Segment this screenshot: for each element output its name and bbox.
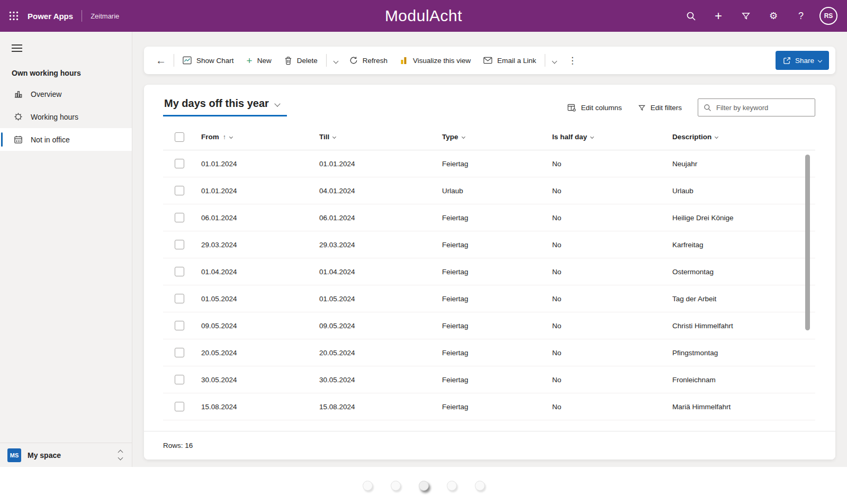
cell-half-day: No [552, 376, 672, 384]
cell-half-day: No [552, 349, 672, 357]
edit-columns-button[interactable]: Edit columns [567, 104, 621, 112]
row-checkbox[interactable] [175, 321, 184, 330]
waffle-icon[interactable] [0, 0, 28, 32]
chevron-updown-icon [119, 451, 122, 460]
sidebar-item-working-hours[interactable]: Working hours [0, 105, 132, 128]
cell-type: Feiertag [442, 295, 552, 303]
table-row[interactable]: 29.03.2024 29.03.2024 Feiertag No Karfre… [163, 231, 815, 258]
table-row[interactable]: 01.01.2024 04.01.2024 Urlaub No Urlaub [163, 177, 815, 204]
cell-till: 04.01.2024 [319, 187, 442, 195]
column-chevron-icon [715, 135, 718, 139]
cell-description: Heilige Drei Könige [672, 214, 815, 222]
cell-half-day: No [552, 187, 672, 195]
more-commands-icon[interactable]: ⋮ [562, 55, 583, 66]
view-selector[interactable]: My days off this year [163, 97, 287, 116]
search-icon[interactable] [680, 5, 702, 27]
cell-type: Feiertag [442, 268, 552, 276]
filter-icon[interactable] [735, 5, 757, 27]
cell-from: 30.05.2024 [201, 376, 319, 384]
row-checkbox[interactable] [175, 402, 184, 411]
delete-button[interactable]: Delete [278, 51, 324, 70]
visualize-view-button[interactable]: Visualize this view [394, 51, 477, 70]
sidebar-group-label: Own working hours [12, 69, 132, 77]
loading-dot [475, 481, 485, 491]
back-button[interactable]: ← [150, 55, 172, 67]
add-icon[interactable]: + [707, 5, 729, 27]
cell-type: Feiertag [442, 241, 552, 249]
cell-description: Tag der Arbeit [672, 295, 815, 303]
new-button[interactable]: + New [240, 51, 278, 70]
table-row[interactable]: 09.05.2024 09.05.2024 Feiertag No Christ… [163, 312, 815, 339]
area-switcher[interactable]: MS My space [0, 443, 132, 467]
overview-icon [13, 89, 23, 100]
show-chart-button[interactable]: Show Chart [176, 51, 240, 70]
cell-till: 15.08.2024 [319, 403, 442, 411]
sidebar-item-not-in-office[interactable]: Not in office [0, 128, 132, 151]
hamburger-icon[interactable] [12, 44, 22, 52]
table-row[interactable]: 15.08.2024 15.08.2024 Feiertag No Mariä … [163, 393, 815, 420]
avatar[interactable]: RS [819, 7, 837, 25]
product-name[interactable]: Power Apps [28, 12, 73, 21]
cell-half-day: No [552, 241, 672, 249]
row-checkbox[interactable] [175, 159, 184, 168]
cell-type: Feiertag [442, 376, 552, 384]
table-row[interactable]: 06.01.2024 06.01.2024 Feiertag No Heilig… [163, 204, 815, 231]
cell-till: 29.03.2024 [319, 241, 442, 249]
row-checkbox[interactable] [175, 240, 184, 249]
table-row[interactable]: 01.04.2024 01.04.2024 Feiertag No Osterm… [163, 258, 815, 285]
help-icon[interactable]: ? [790, 5, 812, 27]
sidebar-item-label: Overview [31, 90, 61, 98]
cell-description: Pfingstmontag [672, 349, 815, 357]
search-icon [704, 104, 711, 112]
cell-from: 01.04.2024 [201, 268, 319, 276]
row-checkbox[interactable] [175, 375, 184, 384]
table-row[interactable]: 01.05.2024 01.05.2024 Feiertag No Tag de… [163, 285, 815, 312]
cell-type: Feiertag [442, 214, 552, 222]
table-body: 01.01.2024 01.01.2024 Feiertag No Neujah… [163, 150, 815, 420]
cell-type: Urlaub [442, 187, 552, 195]
select-all-checkbox[interactable] [175, 132, 184, 142]
sidebar-item-overview[interactable]: Overview [0, 83, 132, 105]
share-button[interactable]: Share [776, 51, 829, 70]
refresh-button[interactable]: Refresh [343, 51, 394, 70]
app-root: Power Apps Zeitmarie ModulAcht + ⚙ ? RS … [0, 0, 847, 504]
cell-description: Christi Himmelfahrt [672, 322, 815, 330]
loading-indicator [0, 467, 847, 504]
cell-till: 09.05.2024 [319, 322, 442, 330]
row-checkbox[interactable] [175, 294, 184, 303]
table-row[interactable]: 20.05.2024 20.05.2024 Feiertag No Pfings… [163, 339, 815, 366]
row-checkbox[interactable] [175, 348, 184, 357]
area-label: My space [28, 451, 119, 460]
cell-till: 06.01.2024 [319, 214, 442, 222]
cell-half-day: No [552, 268, 672, 276]
table-row[interactable]: 01.01.2024 01.01.2024 Feiertag No Neujah… [163, 150, 815, 177]
column-header-type[interactable]: Type [442, 133, 552, 141]
row-checkbox[interactable] [175, 186, 184, 195]
trash-icon [284, 56, 292, 65]
cell-description: Ostermontag [672, 268, 815, 276]
column-chevron-icon [332, 135, 336, 139]
edit-filters-button[interactable]: Edit filters [638, 104, 682, 112]
vertical-scrollbar[interactable] [805, 155, 810, 330]
cell-description: Mariä Himmelfahrt [672, 403, 815, 411]
column-header-till[interactable]: Till [319, 133, 442, 141]
column-header-description[interactable]: Description [672, 133, 815, 141]
email-link-button[interactable]: Email a Link [477, 51, 543, 70]
cell-type: Feiertag [442, 322, 552, 330]
delete-overflow-chevron[interactable] [329, 56, 343, 65]
edit-columns-icon [567, 104, 576, 112]
show-chart-icon [183, 56, 192, 65]
column-header-half-day[interactable]: Is half day [552, 133, 672, 141]
cell-from: 29.03.2024 [201, 241, 319, 249]
environment-name[interactable]: Zeitmarie [91, 12, 119, 20]
cell-from: 01.01.2024 [201, 187, 319, 195]
overflow-chevron[interactable] [547, 56, 562, 65]
table-row[interactable]: 30.05.2024 30.05.2024 Feiertag No Fronle… [163, 366, 815, 393]
column-chevron-icon [590, 135, 594, 139]
row-checkbox[interactable] [175, 267, 184, 276]
gear-icon[interactable]: ⚙ [762, 5, 785, 27]
keyword-filter-input[interactable] [716, 104, 809, 112]
column-header-from[interactable]: From ↑ [201, 133, 319, 141]
row-checkbox[interactable] [175, 213, 184, 222]
keyword-filter-box [698, 98, 815, 116]
